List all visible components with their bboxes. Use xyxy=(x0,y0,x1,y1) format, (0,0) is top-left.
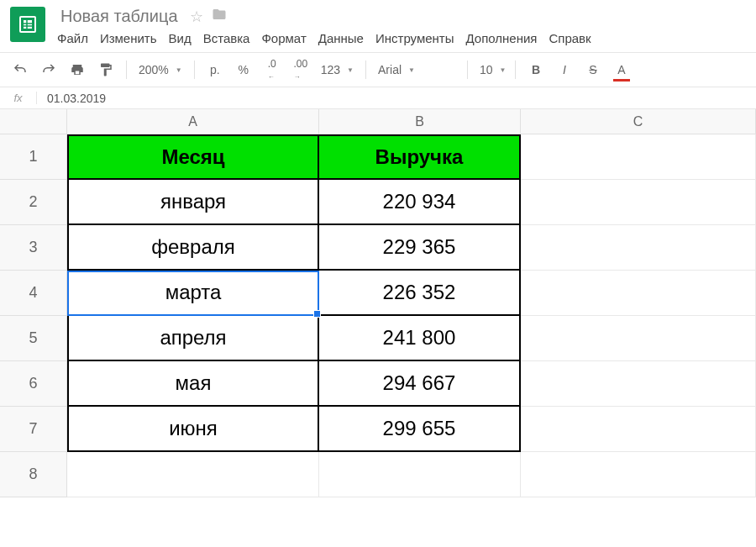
cell-A6[interactable]: мая xyxy=(67,361,319,407)
formula-bar: fx 01.03.2019 xyxy=(0,87,756,109)
menu-insert[interactable]: Вставка xyxy=(203,31,250,45)
cell-B5[interactable]: 241 800 xyxy=(319,316,521,361)
zoom-select[interactable]: 200% xyxy=(135,63,186,76)
cell-C7[interactable] xyxy=(521,407,756,452)
menu-addons[interactable]: Дополнения xyxy=(466,31,538,45)
cell-C4[interactable] xyxy=(521,271,756,316)
undo-icon[interactable] xyxy=(8,58,32,82)
folder-icon[interactable] xyxy=(212,7,227,26)
cell-C3[interactable] xyxy=(521,225,756,271)
cell-B2[interactable]: 220 934 xyxy=(319,180,521,225)
row-header-3[interactable]: 3 xyxy=(0,225,67,271)
cell-A5[interactable]: апреля xyxy=(67,316,319,361)
cell-B1[interactable]: Выручка xyxy=(319,134,521,180)
spreadsheet-grid: 1 2 3 4 5 6 7 8 A B C Месяц Выручка янва… xyxy=(0,109,756,497)
strikethrough-button[interactable]: S xyxy=(581,58,605,82)
row-header-1[interactable]: 1 xyxy=(0,134,67,180)
menu-data[interactable]: Данные xyxy=(318,31,364,45)
cell-B3[interactable]: 229 365 xyxy=(319,225,521,271)
row-header-5[interactable]: 5 xyxy=(0,316,67,361)
cell-C6[interactable] xyxy=(521,361,756,407)
cell-A4[interactable]: марта xyxy=(67,271,319,316)
row-header-2[interactable]: 2 xyxy=(0,180,67,225)
menu-bar: Файл Изменить Вид Вставка Формат Данные … xyxy=(57,28,591,52)
cell-C8[interactable] xyxy=(521,452,756,497)
row-header-7[interactable]: 7 xyxy=(0,407,67,452)
cell-B4[interactable]: 226 352 xyxy=(319,271,521,316)
document-title[interactable]: Новая таблица xyxy=(57,5,181,28)
redo-icon[interactable] xyxy=(37,58,60,82)
font-select[interactable]: Arial xyxy=(375,63,459,76)
decrease-decimal-button[interactable]: .0← xyxy=(260,58,284,82)
menu-edit[interactable]: Изменить xyxy=(100,31,157,45)
cell-A2[interactable]: января xyxy=(67,180,319,225)
cell-B6[interactable]: 294 667 xyxy=(319,361,521,407)
cell-B8[interactable] xyxy=(319,452,521,497)
row-header-4[interactable]: 4 xyxy=(0,271,67,316)
row-header-6[interactable]: 6 xyxy=(0,361,67,407)
cell-A3[interactable]: февраля xyxy=(67,225,319,271)
sheets-logo-icon[interactable] xyxy=(10,7,45,42)
menu-tools[interactable]: Инструменты xyxy=(375,31,454,45)
number-format-select[interactable]: 123 xyxy=(318,63,357,76)
fx-label: fx xyxy=(0,92,37,104)
cell-A1[interactable]: Месяц xyxy=(67,134,319,180)
cell-A8[interactable] xyxy=(67,452,319,497)
col-header-C[interactable]: C xyxy=(521,109,756,134)
toolbar: 200% р. % .0← .00→ 123 Arial 10 B I S A xyxy=(0,52,756,87)
menu-file[interactable]: Файл xyxy=(57,31,88,45)
currency-button[interactable]: р. xyxy=(203,58,227,82)
col-header-B[interactable]: B xyxy=(319,109,521,134)
title-bar: Новая таблица ☆ Файл Изменить Вид Вставк… xyxy=(0,0,756,52)
cell-C1[interactable] xyxy=(521,134,756,180)
cell-C5[interactable] xyxy=(521,316,756,361)
star-icon[interactable]: ☆ xyxy=(190,8,203,26)
print-icon[interactable] xyxy=(66,58,89,82)
percent-button[interactable]: % xyxy=(232,58,255,82)
font-size-select[interactable]: 10 xyxy=(476,63,507,76)
text-color-button[interactable]: A xyxy=(610,58,633,82)
menu-help[interactable]: Справк xyxy=(549,31,591,45)
select-all-corner[interactable] xyxy=(0,109,67,134)
cell-B7[interactable]: 299 655 xyxy=(319,407,521,452)
formula-input[interactable]: 01.03.2019 xyxy=(37,92,106,105)
cell-C2[interactable] xyxy=(521,180,756,225)
increase-decimal-button[interactable]: .00→ xyxy=(289,58,312,82)
menu-view[interactable]: Вид xyxy=(169,31,192,45)
italic-button[interactable]: I xyxy=(553,58,576,82)
menu-format[interactable]: Формат xyxy=(261,31,306,45)
paint-format-icon[interactable] xyxy=(94,58,118,82)
col-header-A[interactable]: A xyxy=(67,109,319,134)
row-header-8[interactable]: 8 xyxy=(0,452,67,497)
cell-A7[interactable]: июня xyxy=(67,407,319,452)
bold-button[interactable]: B xyxy=(524,58,548,82)
